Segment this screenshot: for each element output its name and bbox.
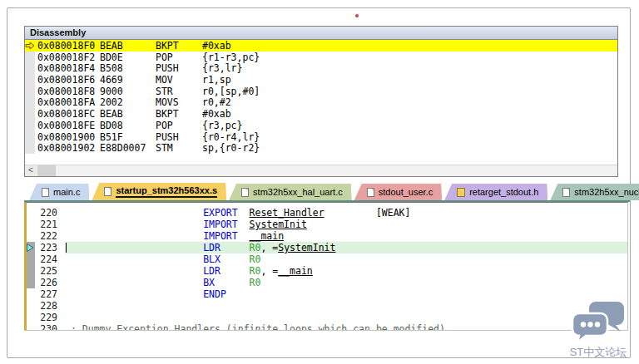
disasm-gutter-cell bbox=[25, 86, 35, 97]
disasm-address: 0x080018F0 bbox=[35, 40, 100, 52]
editor-tab-bar: main.cstartup_stm32h563xx.sstm32h5xx_hal… bbox=[24, 182, 639, 200]
breakpoint-gutter[interactable] bbox=[27, 253, 35, 265]
current-line-arrow-icon[interactable] bbox=[27, 242, 35, 253]
breakpoint-gutter[interactable] bbox=[27, 300, 35, 312]
document-icon bbox=[367, 188, 374, 197]
line-number: 228 bbox=[35, 300, 65, 312]
breakpoint-gutter[interactable] bbox=[27, 277, 35, 288]
code-line[interactable]: 220 EXPORT Reset_Handler [WEAK] bbox=[27, 207, 627, 219]
asm-text bbox=[65, 219, 203, 230]
disasm-row[interactable]: 0x080018F2BD0EPOP{r1-r3,pc} bbox=[25, 52, 617, 63]
line-code: IMPORT __main bbox=[65, 230, 627, 242]
asm-keyword: LDR bbox=[203, 242, 220, 253]
disasm-opcode: E88D0007 bbox=[100, 142, 156, 154]
code-line[interactable]: 221 IMPORT SystemInit bbox=[27, 219, 627, 230]
asm-text bbox=[65, 265, 203, 277]
asm-keyword: BX bbox=[203, 277, 215, 288]
disasm-opcode: BD0E bbox=[100, 52, 156, 63]
tab-stdout_user.c[interactable]: stdout_user.c bbox=[354, 184, 442, 200]
line-number: 229 bbox=[35, 312, 65, 323]
code-line[interactable]: 224 BLX R0 bbox=[27, 253, 627, 265]
disasm-operands: sp,{r0-r2} bbox=[202, 142, 617, 154]
line-code: BX R0 bbox=[65, 277, 627, 288]
disasm-row[interactable]: 0x080018F89000STRr0,[sp,#0] bbox=[25, 86, 617, 97]
breakpoint-gutter[interactable] bbox=[27, 230, 35, 242]
disasm-row[interactable]: 0x080018FEBD08POP{r3,pc} bbox=[25, 120, 617, 131]
code-line[interactable]: 223 LDR R0, =SystemInit bbox=[27, 242, 627, 253]
breakpoint-gutter[interactable] bbox=[27, 265, 35, 277]
disasm-operands: {r1-r3,pc} bbox=[202, 52, 617, 63]
disasm-row[interactable]: 0x08001900B51FPUSH{r0-r4,lr} bbox=[25, 131, 617, 143]
asm-text bbox=[220, 265, 250, 277]
breakpoint-gutter[interactable] bbox=[27, 323, 35, 331]
tab-stm32h5xx_hal_uart.c[interactable]: stm32h5xx_hal_uart.c bbox=[229, 184, 352, 200]
disasm-gutter-cell bbox=[25, 74, 35, 86]
disasm-row[interactable]: 0x080018F0BEABBKPT#0xab bbox=[25, 40, 617, 52]
asm-text: , = bbox=[260, 265, 278, 277]
tab-startup_stm32h563xx.s[interactable]: startup_stm32h563xx.s bbox=[92, 183, 226, 200]
code-line[interactable]: 225 LDR R0, =__main bbox=[27, 265, 627, 277]
disasm-mnemonic: BKPT bbox=[156, 40, 202, 52]
asm-symbol: SystemInit bbox=[278, 242, 335, 253]
disasm-opcode: 2002 bbox=[100, 96, 156, 108]
line-code: LDR R0, =__main bbox=[65, 265, 627, 277]
disasm-gutter-cell bbox=[25, 120, 35, 131]
disasm-row[interactable]: 0x080018F4B508PUSH{r3,lr} bbox=[25, 62, 617, 74]
disasm-opcode: BD08 bbox=[100, 120, 156, 131]
code-line[interactable]: 229 bbox=[27, 312, 627, 323]
disasm-row[interactable]: 0x080018F64669MOVr1,sp bbox=[25, 74, 617, 86]
tab-label: startup_stm32h563xx.s bbox=[116, 185, 217, 198]
code-editor[interactable]: 220 EXPORT Reset_Handler [WEAK]221 IMPOR… bbox=[24, 202, 628, 331]
tab-label: main.c bbox=[53, 187, 80, 197]
tab-main.c[interactable]: main.c bbox=[29, 184, 89, 200]
disasm-opcode: BEAB bbox=[100, 108, 156, 120]
code-line[interactable]: 227 ENDP bbox=[27, 288, 627, 300]
line-code bbox=[65, 312, 627, 323]
code-line[interactable]: 230 ; Dummy Exception Handlers (infinite… bbox=[27, 323, 627, 331]
code-line[interactable]: 226 BX R0 bbox=[27, 277, 627, 288]
disasm-mnemonic: POP bbox=[156, 120, 202, 131]
disasm-mnemonic: STR bbox=[156, 86, 202, 97]
asm-text bbox=[65, 288, 203, 300]
disasm-address: 0x080018FA bbox=[35, 96, 100, 108]
line-number: 224 bbox=[35, 253, 65, 265]
disasm-opcode: BEAB bbox=[100, 40, 156, 52]
text-cursor bbox=[66, 243, 67, 253]
disasm-operands: {r3,pc} bbox=[202, 120, 617, 131]
scroll-left-icon[interactable]: < bbox=[25, 165, 37, 176]
asm-text bbox=[220, 242, 250, 253]
disasm-address: 0x080018F8 bbox=[35, 86, 100, 97]
disasm-row[interactable]: 0x080018FCBEABBKPT#0xab bbox=[25, 108, 617, 120]
asm-text: [WEAK] bbox=[376, 207, 411, 219]
asm-text bbox=[220, 253, 250, 265]
asm-text: , = bbox=[260, 242, 278, 253]
asm-text bbox=[65, 277, 203, 288]
document-icon bbox=[562, 188, 570, 197]
breakpoint-gutter[interactable] bbox=[27, 219, 35, 230]
hscroll-thumb[interactable] bbox=[37, 165, 56, 176]
asm-keyword: EXPORT bbox=[203, 207, 238, 219]
tab-label: retarget_stdout.h bbox=[469, 187, 538, 197]
tab-stm32h5xx_nucleo.c[interactable]: stm32h5xx_nucleo.c bbox=[550, 184, 639, 200]
disassembly-hscrollbar[interactable]: < bbox=[25, 165, 617, 176]
disasm-address: 0x080018F2 bbox=[35, 52, 100, 63]
code-line[interactable]: 222 IMPORT __main bbox=[27, 230, 627, 242]
breakpoint-gutter[interactable] bbox=[27, 312, 35, 323]
line-code bbox=[65, 300, 627, 312]
asm-text bbox=[65, 207, 203, 219]
line-code: ENDP bbox=[65, 288, 627, 300]
disasm-opcode: 4669 bbox=[100, 74, 156, 86]
breakpoint-gutter[interactable] bbox=[27, 207, 35, 219]
tab-label: stm32h5xx_hal_uart.c bbox=[253, 187, 343, 197]
disasm-row[interactable]: 0x08001902E88D0007STMsp,{r0-r2} bbox=[25, 142, 617, 154]
tab-retarget_stdout.h[interactable]: retarget_stdout.h bbox=[444, 184, 547, 200]
asm-text bbox=[238, 219, 250, 230]
asm-register: R0 bbox=[250, 253, 261, 265]
code-line[interactable]: 228 bbox=[27, 300, 627, 312]
breakpoint-gutter[interactable] bbox=[27, 288, 35, 300]
disasm-address: 0x080018F6 bbox=[35, 74, 100, 86]
clipboard-icon bbox=[457, 188, 465, 197]
watermark-text: ST中文论坛 bbox=[562, 345, 634, 360]
disasm-row[interactable]: 0x080018FA2002MOVSr0,#2 bbox=[25, 96, 617, 108]
disasm-operands: r0,[sp,#0] bbox=[202, 86, 617, 97]
